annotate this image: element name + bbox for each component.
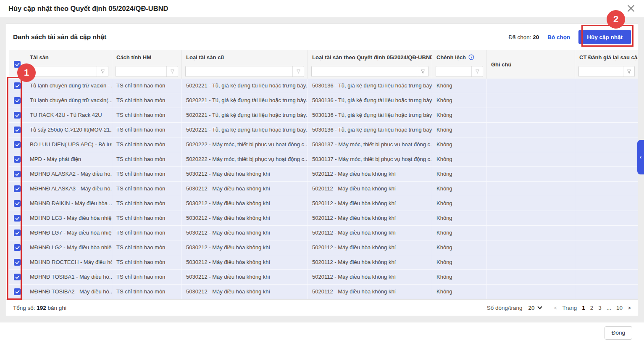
cell-new-type: 5020112 - Máy điều hòa không khí xyxy=(308,226,432,240)
filter-input-ct-danh-gia[interactable] xyxy=(579,66,623,77)
info-icon[interactable] xyxy=(468,54,474,60)
cell-note xyxy=(487,182,575,196)
side-panel-toggle[interactable]: ‹ xyxy=(637,140,644,174)
filter-funnel-icon[interactable] xyxy=(292,66,304,77)
table-row[interactable]: BO LUU DIEN( UPS APC) - Bộ lưu...TS chỉ … xyxy=(9,137,638,152)
table-row[interactable]: MĐHNĐ TOSIBA2 - Máy điều hò...TS chỉ tín… xyxy=(9,285,638,299)
filter-funnel-icon[interactable] xyxy=(417,66,428,77)
table-row[interactable]: MĐHNĐ ĐAIKIN - Máy điều hòa ...TS chỉ tí… xyxy=(9,196,638,211)
filter-funnel-icon[interactable] xyxy=(166,66,178,77)
cell-method: TS chỉ tính hao mòn xyxy=(112,137,182,152)
modal-title: Hủy cập nhật theo Quyết định 05/2024/QĐ-… xyxy=(8,5,168,13)
table-row[interactable]: MPĐ - Máy phát điệnTS chỉ tính hao mòn50… xyxy=(9,152,638,167)
column-header-chenh-lech[interactable]: Chênh lệch xyxy=(432,50,487,64)
cell-diff: Không xyxy=(432,211,487,225)
cell-old-type: 5030212 - Máy điều hòa không khí xyxy=(182,270,308,284)
pagination-page-2[interactable]: 2 xyxy=(590,305,594,311)
cell-diff: Không xyxy=(432,137,487,152)
cell-asset: TU RACK 42U - Tủ Rack 42U xyxy=(26,108,112,122)
filter-funnel-icon[interactable] xyxy=(471,66,483,77)
row-checkbox[interactable] xyxy=(14,274,21,280)
cell-asset: Tủ lạnh chuyên dùng trữ vacxin - ... xyxy=(26,79,112,93)
cell-ct xyxy=(575,79,638,93)
row-checkbox[interactable] xyxy=(14,156,21,163)
table-row[interactable]: MĐHNĐ ALASKA3 - Máy điều hò...TS chỉ tín… xyxy=(9,182,638,196)
filter-input-cach-tinh[interactable] xyxy=(116,66,166,77)
total-suffix: bản ghi xyxy=(48,305,66,311)
page-size-select[interactable]: 20 xyxy=(528,305,541,311)
cell-diff: Không xyxy=(432,255,487,269)
total-value: 192 xyxy=(37,305,46,311)
close-icon[interactable] xyxy=(626,4,636,13)
column-label: Loại tài sản cũ xyxy=(186,54,224,61)
table-row[interactable]: Tủ lạnh chuyên dùng trữ vacxin - ...TS c… xyxy=(9,79,638,93)
table-row[interactable]: MĐHNĐ ROCTECH - Máy điều hò...TS chỉ tín… xyxy=(9,255,638,270)
row-checkbox[interactable] xyxy=(14,244,21,251)
row-checkbox[interactable] xyxy=(14,185,21,192)
cell-diff: Không xyxy=(432,240,487,255)
close-button[interactable]: Đóng xyxy=(605,326,632,340)
row-checkbox[interactable] xyxy=(14,82,21,89)
row-checkbox[interactable] xyxy=(14,215,21,222)
cell-asset: MĐHNĐ TOSIBA1 - Máy điều hò... xyxy=(26,270,112,284)
row-checkbox[interactable] xyxy=(14,259,21,266)
total-records-text: Tổng số: 192 bản ghi xyxy=(13,305,66,311)
table-row[interactable]: MĐHNĐ ALASKA2 - Máy điều hò...TS chỉ tín… xyxy=(9,167,638,182)
column-header-loai-ts-qd[interactable]: Loại tài sản theo Quyết định 05/2024/QĐ-… xyxy=(308,50,432,64)
cell-diff: Không xyxy=(432,167,487,181)
filter-input-loai-ts-cu[interactable] xyxy=(186,66,292,77)
cell-old-type: 5020222 - Máy móc, thiết bị phục vụ hoạt… xyxy=(182,137,308,152)
cell-note xyxy=(487,108,575,122)
cell-note xyxy=(487,167,575,181)
filter-funnel-icon[interactable] xyxy=(97,66,108,77)
row-checkbox[interactable] xyxy=(14,112,21,119)
table-row[interactable]: TU RACK 42U - Tủ Rack 42UTS chỉ tính hao… xyxy=(9,108,638,123)
table-row[interactable]: MĐHNĐ LG7 - Máy điều hòa nhiệ...TS chỉ t… xyxy=(9,226,638,240)
cell-old-type: 5030212 - Máy điều hòa không khí xyxy=(182,226,308,240)
cell-note xyxy=(487,152,575,166)
column-header-loai-ts-cu[interactable]: Loại tài sản cũ xyxy=(182,50,308,64)
pagination-prev[interactable]: < xyxy=(554,305,557,311)
pagination-page-10[interactable]: 10 xyxy=(616,305,623,311)
row-checkbox[interactable] xyxy=(14,127,21,133)
column-header-ct-danh-gia[interactable]: CT Đánh giá lại sau cậ... xyxy=(575,50,638,64)
row-checkbox[interactable] xyxy=(14,141,21,148)
cell-asset: MĐHNĐ ĐAIKIN - Máy điều hòa ... xyxy=(26,196,112,211)
filter-input-loai-ts-qd[interactable] xyxy=(312,66,417,77)
filter-input-tai-san[interactable] xyxy=(29,66,97,77)
deselect-button[interactable]: Bỏ chọn xyxy=(547,34,570,40)
cell-new-type: 5030137 - Máy móc, thiết bị phục vụ hoạt… xyxy=(308,137,432,152)
filter-input-chenh-lech[interactable] xyxy=(436,66,471,77)
cell-ct xyxy=(575,108,638,122)
cell-ct xyxy=(575,182,638,196)
chevron-left-icon: ‹ xyxy=(640,154,641,160)
pagination-page-1[interactable]: 1 xyxy=(582,305,585,311)
table-row[interactable]: MĐHNĐ LG3 - Máy điều hòa nhiệ...TS chỉ t… xyxy=(9,211,638,226)
row-checkbox[interactable] xyxy=(14,288,21,295)
cell-method: TS chỉ tính hao mòn xyxy=(112,240,182,255)
column-header-cach-tinh-hm[interactable]: Cách tính HM xyxy=(112,50,182,64)
table-row[interactable]: Tủ lạnh chuyên dùng trữ vacxin(...TS chỉ… xyxy=(9,93,638,108)
cell-old-type: 5030212 - Máy điều hòa không khí xyxy=(182,182,308,196)
select-all-checkbox[interactable] xyxy=(14,61,21,68)
column-header-tai-san[interactable]: Tài sản xyxy=(26,50,112,64)
column-header-ghi-chu[interactable]: Ghi chú xyxy=(487,50,575,79)
cell-diff: Không xyxy=(432,196,487,211)
table-row[interactable]: MĐHNĐ LG2 - Máy điều hòa nhiệ...TS chỉ t… xyxy=(9,240,638,255)
row-checkbox[interactable] xyxy=(14,171,21,177)
row-checkbox[interactable] xyxy=(14,97,21,104)
cell-diff: Không xyxy=(432,108,487,122)
cell-ct xyxy=(575,196,638,211)
modal-footer: Đóng xyxy=(0,322,644,343)
pagination-page-3[interactable]: 3 xyxy=(598,305,602,311)
cell-old-type: 5030212 - Máy điều hòa không khí xyxy=(182,285,308,299)
cancel-update-button[interactable]: Hủy cập nhật xyxy=(578,30,631,44)
row-checkbox[interactable] xyxy=(14,230,21,236)
cell-method: TS chỉ tính hao mòn xyxy=(112,211,182,225)
table-row[interactable]: MĐHNĐ TOSIBA1 - Máy điều hò...TS chỉ tín… xyxy=(9,270,638,285)
cell-ct xyxy=(575,211,638,225)
pagination-next[interactable]: > xyxy=(628,305,631,311)
filter-funnel-icon[interactable] xyxy=(623,66,634,77)
row-checkbox[interactable] xyxy=(14,200,21,207)
table-row[interactable]: Tủ sấy 250độ C,>120 lít(MOV-21...TS chỉ … xyxy=(9,123,638,137)
